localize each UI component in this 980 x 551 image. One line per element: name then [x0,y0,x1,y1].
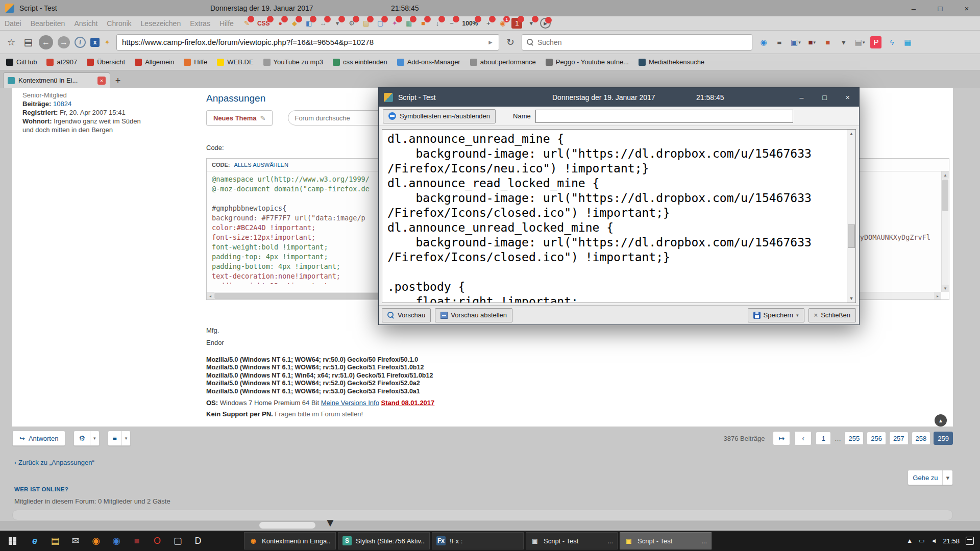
tools-caret-icon[interactable]: ▾ [90,431,99,445]
hamburger-menu-icon[interactable]: ≡ [774,36,785,48]
reading-list-icon[interactable]: ▤ [22,37,34,48]
minimize-button[interactable]: – [900,0,927,16]
download-arrow-icon[interactable]: ↓ [432,18,443,29]
bookmark-item[interactable]: about:performance [470,58,536,66]
taskbar-opera-icon[interactable]: O [147,531,167,551]
firefox-badge-icon[interactable]: ◉1 [497,18,508,29]
tray-expand-icon[interactable]: ▲ [906,537,913,544]
play-circle-icon[interactable]: ▶ [540,18,551,29]
forward-button[interactable]: → [58,36,70,48]
new-tab-button[interactable]: + [110,73,126,88]
page-button[interactable]: 1 [816,432,831,445]
editor-scroll-up-icon[interactable]: ▲ [847,130,855,138]
key-icon[interactable]: ◆ [289,18,300,29]
close-button[interactable]: × [953,0,980,16]
task-stylish[interactable]: S Stylish (Stile:756 Aktiv... [338,532,430,549]
taskbar-media-icon[interactable]: ■ [127,531,147,551]
scroll-left-icon[interactable]: ◂ [207,292,214,299]
topic-tools-button[interactable]: ⚙ ▾ [74,431,99,446]
lightning-icon[interactable]: ϟ [886,36,897,48]
page-button[interactable]: 257 [889,432,909,445]
back-button[interactable]: ← [39,35,53,49]
share-icon[interactable]: ► [487,39,494,46]
page-button[interactable]: 258 [912,432,931,445]
dialog-titlebar[interactable]: Script - Test Donnerstag der 19. Januar … [379,88,859,107]
scroll-up-icon[interactable]: ▲ [942,171,949,179]
task-firefox[interactable]: ◉ Kontextmenü in Einga... [244,532,336,549]
taskbar-dvbviewer-icon[interactable]: D [188,531,208,551]
menu-item[interactable]: Chronik [102,19,136,28]
reply-button[interactable]: ↪ Antworten [12,431,65,446]
sort-icon[interactable]: ≡ [108,431,121,445]
grid-app-icon[interactable]: ▦ [902,36,913,48]
clipboard-icon[interactable]: ▤▾ [854,36,866,48]
preview-button[interactable]: Vorschau [382,308,431,322]
reload-button[interactable]: ↻ [504,36,517,48]
zoom-in-button[interactable]: + [483,18,494,29]
editor-scrollbar[interactable]: ▲ ▼ [847,130,855,303]
menu-item[interactable]: Ansicht [69,19,102,28]
css-toggle-button[interactable]: CSS [256,18,272,29]
taskbar-mail-icon[interactable]: ✉ [65,531,86,551]
sync-globe-icon[interactable]: ◉ [758,36,769,48]
bookmark-item[interactable]: at2907 [46,58,77,66]
page-info-icon[interactable]: i [75,37,86,48]
menu-item[interactable]: Bearbeiten [26,19,70,28]
dropdown-caret-icon[interactable]: ▾ [332,18,343,29]
url-bar[interactable]: ► [116,34,499,51]
toggle-toolbars-button[interactable]: Symbolleisten ein-/ausblenden [383,109,496,123]
tray-volume-icon[interactable]: ◄ [931,537,937,544]
close-dialog-button[interactable]: × Schließen [808,308,856,322]
taskbar-ie-icon[interactable]: e [24,531,45,551]
dialog-maximize-button[interactable]: □ [813,88,836,107]
page-button[interactable]: 256 [867,432,886,445]
url-input[interactable] [122,38,487,46]
menu-item[interactable]: Lesezeichen [136,19,186,28]
bookmark-item[interactable]: Übersicht [87,58,125,66]
css-code-editor[interactable]: dl.announce_unread_mine { background-ima… [382,129,856,303]
taskbar-notes-icon[interactable]: ▢ [167,531,188,551]
taskbar-explorer-icon[interactable]: ▤ [45,531,65,551]
scroll-right-icon[interactable]: ▸ [934,292,941,299]
tray-clock[interactable]: 21:58 [943,537,960,545]
sort-caret-icon[interactable]: ▾ [121,431,131,445]
sync-arrows-icon[interactable]: ↔ [318,18,329,29]
back-to-forum-link[interactable]: Zurück zu „Anpassungen“ [18,459,94,466]
screengrab-icon[interactable]: ■▾ [806,36,818,48]
scroll-to-top-button[interactable]: ▲ [935,414,947,427]
scroll-down-arrow-icon[interactable]: ▼ [325,516,336,530]
versions-info-link[interactable]: Meine Versions Info [321,399,379,407]
window-titlebar[interactable]: Script - Test Donnerstag der 19. Januar … [0,0,980,16]
menu-item[interactable]: Datei [0,19,26,28]
code-vertical-scrollbar[interactable]: ▲ ▼ [941,171,949,292]
tray-display-icon[interactable]: ▭ [919,537,924,544]
dialog-close-button[interactable]: × [836,88,859,107]
start-button[interactable] [0,531,24,551]
search-input[interactable] [537,38,747,46]
style-name-input[interactable] [535,110,793,123]
bookmark-item[interactable]: Hilfe [184,58,207,66]
save-button[interactable]: Speichern ▾ [748,308,804,322]
who-is-online-header[interactable]: WER IST ONLINE? [14,486,68,492]
taskbar-thunderbird-icon[interactable]: ◉ [106,531,127,551]
hscroll-thumb[interactable] [259,522,315,529]
extension-x-icon[interactable]: x [90,38,100,47]
goto-caret-icon[interactable]: ▾ [942,470,952,485]
preview-off-button[interactable]: Vorschau abstellen [435,308,512,322]
scroll-down-icon[interactable]: ▼ [942,285,949,292]
adblock-icon[interactable]: ● [275,18,286,29]
tab-close-icon[interactable]: × [97,77,106,85]
sort-button[interactable]: ≡ ▾ [108,431,131,446]
tab-kontextmenu[interactable]: Kontextmenü in Ei... × [3,72,110,88]
extension-key-icon[interactable]: ✦ [103,38,112,47]
bookmark-item[interactable]: Mediathekensuche [639,58,704,66]
bookmark-item[interactable]: WEB.DE [217,58,253,66]
code-vscroll-thumb[interactable] [942,180,948,211]
bookmark-item[interactable]: Allgemein [135,58,174,66]
zoom-out-button[interactable]: − [447,18,457,29]
bookmark-star-icon[interactable]: ☆ [5,37,17,48]
window-icon[interactable]: ▢ [375,18,386,29]
bookmark-item[interactable]: css einblenden [333,58,387,66]
bookmark-item[interactable]: YouTube zu mp3 [263,58,323,66]
shield-icon[interactable]: 1 [511,18,522,29]
